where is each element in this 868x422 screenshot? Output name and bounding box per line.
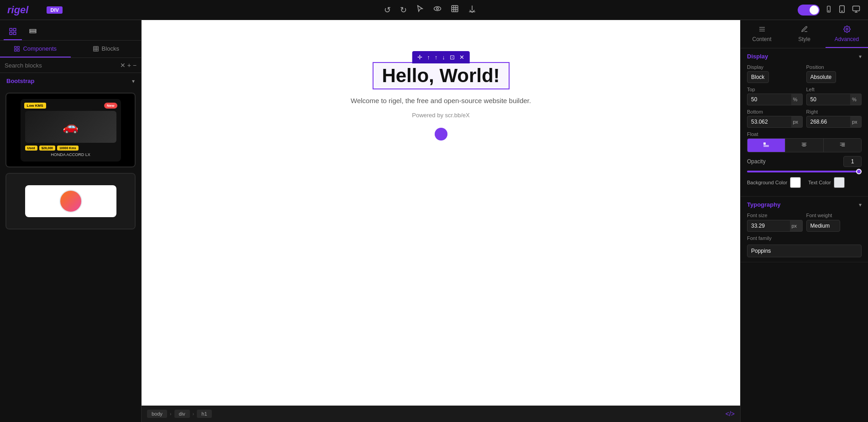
right-panel: Content Style Advanced Display ▾ (740, 20, 868, 422)
font-family-select[interactable]: Poppins Roboto Open Sans Lato Montserrat (747, 245, 862, 257)
search-minus-btn[interactable]: − (133, 62, 137, 69)
typography-section-title: Typography (747, 201, 780, 208)
search-bar: ✕ + − (0, 58, 141, 73)
bottom-unit-select[interactable]: px % em (791, 116, 803, 128)
redo-icon[interactable]: ↻ (400, 5, 407, 15)
opacity-row: Opacity (747, 156, 862, 167)
tablet-icon[interactable] (838, 5, 846, 15)
components-subtab[interactable]: Components (0, 41, 71, 57)
canvas-inner[interactable]: ✛ ↑ ↑ ↓ ⊡ ✕ Hello, World! Welcome to rig… (142, 20, 740, 406)
top-label: Top (747, 87, 803, 92)
font-family-label: Font family (747, 235, 862, 241)
font-size-input-group: px em rem (747, 220, 803, 232)
float-right-option[interactable] (824, 139, 861, 152)
tab-advanced[interactable]: Advanced (826, 20, 868, 48)
svg-rect-7 (853, 6, 860, 11)
car-tags: Used $28,000 10000 Kms (25, 146, 116, 151)
right-col: Right px % em (806, 109, 862, 128)
top-col: Top % px em (747, 87, 803, 105)
breadcrumb-h1[interactable]: h1 (197, 410, 211, 418)
left-panel-tabs (0, 20, 141, 41)
powered-text: Powered by scr.bb/eX (412, 112, 469, 119)
breadcrumb-div[interactable]: div (174, 410, 190, 418)
canvas-area[interactable]: ✛ ↑ ↑ ↓ ⊡ ✕ Hello, World! Welcome to rig… (142, 20, 740, 422)
toggle-switch[interactable] (798, 5, 820, 16)
svg-rect-18 (93, 46, 98, 51)
left-unit-select[interactable]: % px em (850, 94, 862, 105)
typography-chevron-icon[interactable]: ▾ (859, 202, 862, 208)
breadcrumb-body[interactable]: body (147, 410, 167, 418)
left-panel-subtabs: Components Blocks (0, 41, 141, 58)
person-block-inner (6, 174, 135, 229)
display-section: Display ▾ Display Block Flex Grid Inline… (741, 48, 868, 197)
left-label: Left (806, 87, 862, 92)
delete-btn[interactable]: ✕ (458, 53, 466, 62)
font-weight-select[interactable]: Medium Light Regular Bold Extra Bold (806, 220, 840, 232)
display-col: Display Block Flex Grid Inline None (747, 64, 803, 83)
download-icon[interactable] (468, 5, 476, 15)
float-left-option[interactable] (747, 139, 785, 152)
tab-content[interactable]: Content (741, 20, 783, 48)
cursor-icon[interactable] (416, 5, 424, 15)
font-size-unit-select[interactable]: px em rem (790, 220, 803, 232)
svg-rect-13 (30, 31, 36, 33)
breadcrumb-sep-2: › (193, 411, 195, 417)
svg-rect-12 (30, 30, 36, 31)
car-card-preview: Low KMS New 🚗 Used $28,000 10000 Kms HON… (21, 99, 121, 162)
car-block-card[interactable]: Low KMS New 🚗 Used $28,000 10000 Kms HON… (5, 93, 136, 167)
top-unit-select[interactable]: % px em (791, 94, 803, 105)
display-select[interactable]: Block Flex Grid Inline None (747, 71, 769, 83)
left-panel: Components Blocks ✕ + − Bootstrap ▾ (0, 20, 142, 422)
display-label: Display (747, 64, 803, 70)
car-block-inner: Low KMS New 🚗 Used $28,000 10000 Kms HON… (6, 94, 135, 167)
eye-icon[interactable] (433, 5, 442, 15)
display-section-title: Display (747, 53, 768, 60)
person-block-card[interactable] (5, 173, 136, 229)
bootstrap-chevron-icon[interactable]: ▾ (132, 78, 135, 84)
element-toolbar: ✛ ↑ ↑ ↓ ⊡ ✕ (412, 51, 470, 63)
right-input[interactable] (806, 116, 851, 128)
div-badge: DIV (47, 6, 62, 14)
car-name: HONDA ACCORD LX (25, 152, 116, 157)
grid-tab-icon[interactable] (4, 24, 22, 40)
copy-btn[interactable]: ⊡ (448, 53, 457, 62)
display-chevron-icon[interactable]: ▾ (859, 53, 862, 60)
code-icon[interactable]: </> (726, 410, 735, 417)
blocks-subtab[interactable]: Blocks (71, 41, 142, 57)
down-btn[interactable]: ↓ (440, 53, 447, 62)
up2-btn[interactable]: ↑ (433, 53, 440, 62)
display-position-row: Display Block Flex Grid Inline None Posi… (747, 64, 862, 83)
tab-style[interactable]: Style (783, 20, 826, 48)
top-input[interactable] (747, 94, 791, 105)
frame-icon[interactable] (451, 5, 459, 15)
search-input[interactable] (5, 62, 117, 69)
font-size-input[interactable] (747, 220, 790, 232)
bg-color-swatch[interactable] (790, 177, 801, 188)
text-color-swatch[interactable] (834, 177, 845, 188)
toolbar-center: ↺ ↻ (70, 5, 790, 15)
search-close-btn[interactable]: ✕ (120, 62, 126, 69)
car-tag-used: Used (25, 146, 37, 151)
left-input[interactable] (806, 94, 851, 105)
bg-color-label: Background Color (747, 180, 787, 185)
up-btn[interactable]: ↑ (425, 53, 432, 62)
opacity-slider-track[interactable] (747, 171, 862, 172)
move-btn[interactable]: ✛ (416, 53, 424, 62)
app-logo: rigel (7, 4, 28, 16)
position-select[interactable]: Absolute Relative Fixed Sticky Static (806, 71, 836, 83)
mobile-icon[interactable] (825, 5, 832, 15)
desktop-icon[interactable] (852, 5, 861, 15)
text-color-label: Text Color (808, 180, 831, 185)
font-size-weight-row: Font size px em rem Font weight Medium (747, 213, 862, 232)
bottom-col: Bottom px % em (747, 109, 803, 128)
float-center-option[interactable] (785, 139, 823, 152)
undo-icon[interactable]: ↺ (384, 5, 391, 15)
h1-element[interactable]: Hello, World! (373, 62, 510, 89)
opacity-input[interactable] (843, 156, 862, 167)
content-tab-label: Content (752, 36, 771, 42)
svg-point-6 (842, 10, 842, 11)
bottom-input[interactable] (747, 116, 791, 128)
search-add-btn[interactable]: + (127, 62, 131, 69)
right-unit-select[interactable]: px % em (850, 116, 862, 128)
layers-tab-icon[interactable] (24, 24, 42, 40)
